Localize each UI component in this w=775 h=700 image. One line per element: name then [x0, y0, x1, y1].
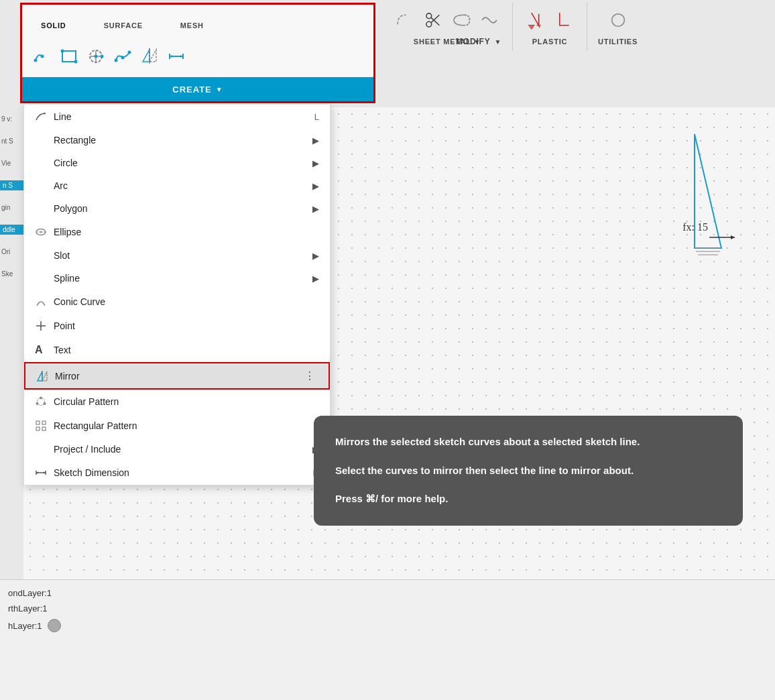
modify-section: MODIFY ▼ [456, 37, 501, 46]
spline-submenu-arrow: ▶ [312, 274, 319, 284]
svg-marker-45 [42, 371, 47, 381]
menu-item-rectangle[interactable]: Rectangle ▶ [24, 129, 330, 152]
menu-item-rectangular-pattern[interactable]: Rectangular Pattern [24, 414, 330, 438]
svg-point-11 [121, 56, 125, 59]
toolbar-extra-sections: SHEET METAL ▼ [382, 3, 648, 51]
svg-rect-2 [62, 51, 76, 62]
toolbar-highlighted: SOLID SURFACE MESH [20, 3, 375, 103]
layer-3-toggle[interactable] [48, 619, 61, 632]
sketch-dimension-menu-icon [35, 467, 54, 479]
utilities-label: UTILITIES [598, 38, 638, 46]
menu-item-slot-label: Slot [54, 250, 312, 261]
svg-point-1 [41, 54, 44, 58]
mirror-tool-icon[interactable] [137, 44, 162, 68]
rectangle-submenu-arrow: ▶ [312, 135, 319, 145]
spline-tool-icon[interactable] [111, 44, 135, 68]
layer-3: hLayer:1 [8, 616, 767, 635]
tab-mesh[interactable]: MESH [162, 17, 223, 35]
menu-item-arc-label: Arc [54, 180, 312, 191]
menu-item-circular-pattern[interactable]: Circular Pattern [24, 390, 330, 414]
sidebar-label-7: Ori [0, 247, 23, 257]
menu-item-polygon-label: Polygon [54, 203, 312, 214]
menu-item-rectangle-label: Rectangle [54, 135, 312, 145]
sidebar-label-1: 9 v: [0, 114, 23, 124]
toolbar-icons [22, 35, 373, 77]
tab-solid[interactable]: SOLID [22, 17, 85, 35]
svg-rect-51 [36, 421, 40, 424]
menu-item-point-label: Point [54, 320, 319, 331]
toolbar-tabs: SOLID SURFACE MESH [22, 5, 373, 35]
utilities-icons [606, 8, 630, 32]
help-tooltip: Mirrors the selected sketch curves about… [314, 416, 743, 526]
bottom-panel: ondLayer:1 rthLayer:1 hLayer:1 [0, 579, 775, 700]
menu-item-spline[interactable]: Spline ▶ [24, 267, 330, 290]
svg-marker-37 [731, 235, 735, 239]
side-labels: 9 v: nt S Vie n S gin ddle Ori Ske [0, 114, 23, 279]
svg-point-49 [44, 402, 46, 405]
point-menu-icon [35, 320, 54, 332]
svg-point-22 [426, 21, 432, 27]
conic-curve-menu-icon [35, 296, 54, 308]
menu-item-slot[interactable]: Slot ▶ [24, 244, 330, 267]
layer-1: ondLayer:1 [8, 585, 767, 601]
circular-pattern-menu-icon [35, 396, 54, 408]
svg-point-50 [36, 402, 39, 405]
menu-item-rectangular-pattern-label: Rectangular Pattern [54, 420, 319, 431]
menu-item-mirror-label: Mirror [55, 371, 304, 382]
svg-rect-54 [42, 427, 46, 430]
sheet-metal-icon3[interactable] [449, 8, 473, 32]
sheet-metal-icons [393, 8, 501, 32]
circle-tool-icon[interactable] [84, 44, 108, 68]
menu-item-conic-curve-label: Conic Curve [54, 296, 319, 307]
tooltip-line1: Mirrors the selected sketch curves about… [335, 434, 721, 450]
svg-point-12 [128, 50, 131, 54]
svg-point-0 [34, 58, 38, 62]
sidebar-label-3: Vie [0, 158, 23, 168]
sheet-metal-icon1[interactable] [393, 8, 417, 32]
menu-item-conic-curve[interactable]: Conic Curve [24, 290, 330, 314]
mirror-menu-icon [36, 370, 55, 382]
menu-item-arc[interactable]: Arc ▶ [24, 174, 330, 197]
plastic-icon2[interactable] [552, 8, 576, 32]
menu-item-ellipse-label: Ellipse [54, 227, 319, 237]
menu-item-circle[interactable]: Circle ▶ [24, 152, 330, 174]
menu-item-text[interactable]: A Text [24, 338, 330, 362]
menu-item-line-shortcut: L [314, 112, 319, 122]
line-tool-icon[interactable] [30, 44, 54, 68]
menu-item-project-include-label: Project / Include [54, 444, 312, 455]
create-button[interactable]: CREATE ▼ [22, 77, 373, 101]
menu-item-point[interactable]: Point [24, 314, 330, 338]
plastic-icon1[interactable] [524, 8, 548, 32]
svg-point-4 [74, 60, 78, 63]
menu-item-sketch-dimension[interactable]: Sketch Dimension D [24, 461, 330, 485]
menu-item-ellipse[interactable]: Ellipse [24, 220, 330, 244]
dimension-tool-icon[interactable] [164, 44, 188, 68]
menu-item-line[interactable]: Line L [24, 105, 330, 129]
menu-item-text-label: Text [54, 345, 319, 355]
menu-item-mirror[interactable]: Mirror ⋮ [24, 362, 330, 390]
layer-2: rthLayer:1 [8, 601, 767, 616]
menu-item-polygon[interactable]: Polygon ▶ [24, 197, 330, 220]
menu-item-spline-label: Spline [54, 273, 312, 284]
sidebar-label-6: ddle [0, 225, 23, 235]
menu-item-line-label: Line [54, 111, 314, 122]
sheet-metal-icon4[interactable] [477, 8, 501, 32]
layer-3-label: hLayer:1 [8, 621, 42, 631]
tab-surface[interactable]: SURFACE [85, 17, 162, 35]
menu-item-project-include[interactable]: Project / Include ▶ [24, 438, 330, 461]
text-menu-icon: A [35, 344, 54, 356]
rectangle-tool-icon[interactable] [57, 44, 81, 68]
svg-point-41 [40, 231, 42, 233]
sidebar-label-8: Ske [0, 269, 23, 279]
scissors-icon[interactable] [421, 8, 445, 32]
circle-submenu-arrow: ▶ [312, 158, 319, 168]
menu-item-circular-pattern-label: Circular Pattern [54, 396, 319, 407]
mirror-options-dots[interactable]: ⋮ [304, 369, 315, 382]
svg-rect-53 [36, 427, 40, 430]
plastic-section: PLASTIC [513, 3, 587, 51]
utilities-icon1[interactable] [606, 8, 630, 32]
slot-submenu-arrow: ▶ [312, 251, 319, 261]
layer-2-label: rthLayer:1 [8, 603, 48, 614]
plastic-label: PLASTIC [532, 38, 568, 46]
arc-submenu-arrow: ▶ [312, 181, 319, 191]
